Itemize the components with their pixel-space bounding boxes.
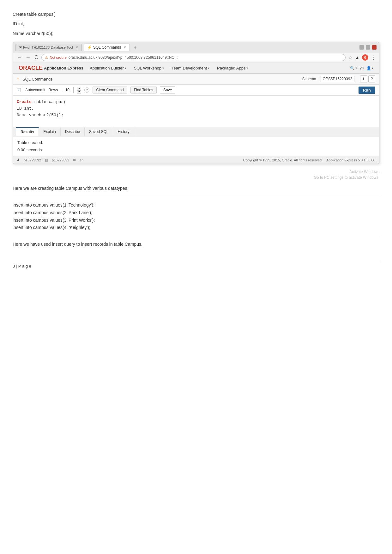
sql-tab-close[interactable]: ✕ — [124, 45, 126, 50]
page-number-area: 3 | P a g e — [13, 261, 379, 268]
title-bar: ✉ Fwd: TH1021173-Database Tool ✕ ⚡ SQL C… — [13, 42, 379, 52]
section1-text: Here we are creating table Campus with v… — [13, 185, 379, 192]
activate-windows-watermark: Activate Windows Go to PC settings to ac… — [13, 169, 379, 180]
page-separator: | — [16, 264, 18, 268]
person-icon[interactable]: ▲ — [355, 55, 359, 60]
autocommit-label: Autocommit — [25, 88, 45, 92]
forward-button[interactable]: → — [25, 55, 31, 60]
footer-lang: en — [80, 158, 83, 162]
nav-right: 🔍 ▾ ? ▾ 👤 ▾ — [350, 66, 376, 70]
intro-line-1: Create table campus( — [13, 11, 379, 18]
minimize-button[interactable] — [359, 45, 364, 50]
address-text: oracle.dmu.ac.uk:8080/apex/f?p=4500:1003… — [69, 55, 178, 60]
address-input[interactable]: ⚠ Not secure oracle.dmu.ac.uk:8080/apex/… — [41, 54, 346, 61]
autocommit-checkbox[interactable] — [17, 88, 21, 92]
rows-input[interactable] — [61, 87, 74, 93]
sql-tab-label: SQL Commands — [93, 45, 121, 50]
close-button[interactable] — [372, 45, 377, 50]
nav-item-team-dev[interactable]: Team Development ▾ — [168, 63, 213, 73]
apex-footer: ♟ p16229392 ▤ p16229392 ⊕ en Copyright ©… — [13, 156, 379, 164]
tab-history[interactable]: History — [113, 128, 134, 136]
footer-copyright: Copyright © 1999, 2015, Oracle. All righ… — [243, 158, 323, 162]
sql-commands-title: SQL Commands — [22, 77, 53, 81]
sql-line-2: ID int, — [17, 105, 375, 112]
sql-commands-header: ↑ SQL Commands Schema OPS$P16229392 ⬆ ? — [13, 74, 379, 85]
section-divider-1 — [13, 197, 379, 197]
activate-line2: Go to PC settings to activate Windows. — [13, 175, 379, 180]
rows-label: Rows — [48, 88, 58, 92]
nav-search-button[interactable]: 🔍 ▾ — [350, 66, 357, 70]
save-button[interactable]: Save — [160, 86, 175, 94]
run-button[interactable]: Run — [359, 87, 375, 94]
insert-statements: insert into campus values(1,'Technology'… — [13, 202, 379, 232]
oracle-red-text: ORACLE — [19, 65, 43, 71]
nav-user-button[interactable]: 👤 ▾ — [366, 66, 373, 70]
nav-app-builder-label: Application Builder — [90, 66, 124, 70]
new-tab-button[interactable]: + — [132, 45, 138, 50]
more-options-button[interactable]: ⋮ — [371, 55, 376, 61]
nav-item-app-builder[interactable]: Application Builder ▾ — [86, 63, 130, 73]
find-tables-button[interactable]: Find Tables — [130, 87, 157, 93]
sql-line-1: Create table campus( — [17, 99, 375, 105]
intro-line-3: Name varchar2(50)); — [13, 30, 379, 37]
help-icon: ? — [359, 66, 362, 70]
insert-line-1: insert into campus values(1,'Technology'… — [13, 202, 379, 209]
section-divider-2 — [13, 236, 379, 236]
nav-sql-workshop-label: SQL Workshop — [134, 66, 161, 70]
search-chevron: ▾ — [355, 66, 357, 70]
nav-sql-workshop-chevron: ▾ — [162, 66, 164, 70]
nav-team-dev-label: Team Development — [172, 66, 207, 70]
header-info-button[interactable]: ? — [368, 75, 375, 82]
user-chevron: ▾ — [372, 66, 373, 70]
rows-spinner: ▲ ▼ — [77, 87, 81, 93]
oracle-logo: ORACLE Application Express — [16, 63, 86, 73]
insert-line-4: insert into campus values(4, 'Keighley')… — [13, 224, 379, 232]
footer-version: Application Express 5.0.1.00.06 — [326, 158, 375, 162]
maximize-button[interactable] — [366, 45, 370, 50]
result-time: 0.00 seconds — [17, 148, 375, 152]
back-button[interactable]: ← — [16, 55, 22, 60]
results-tabs: Results Explain Describe Saved SQL Histo… — [13, 127, 379, 136]
nav-item-packaged-apps[interactable]: Packaged Apps ▾ — [213, 63, 252, 73]
rows-spin-up[interactable]: ▲ — [77, 87, 81, 90]
footer-doc-icon: ▤ — [45, 158, 48, 162]
page-number: 3 — [13, 264, 15, 268]
nav-help-button[interactable]: ? ▾ — [359, 66, 364, 70]
clear-command-button[interactable]: Clear Command — [93, 87, 127, 93]
tab-results[interactable]: Results — [16, 127, 39, 136]
schema-value: OPS$P16229392 — [321, 76, 354, 82]
header-buttons: ⬆ ? — [360, 75, 375, 82]
tab-email[interactable]: ✉ Fwd: TH1021173-Database Tool ✕ — [15, 44, 82, 51]
tab-explain[interactable]: Explain — [39, 128, 60, 136]
email-tab-icon: ✉ — [19, 45, 22, 50]
email-tab-label: Fwd: TH1021173-Database Tool — [23, 45, 73, 49]
footer-session: p16229392 — [52, 158, 69, 162]
user-icon: 👤 — [366, 66, 371, 70]
sql-editor[interactable]: Create table campus( ID int, Name varcha… — [13, 96, 379, 127]
email-tab-close[interactable]: ✕ — [75, 45, 78, 50]
intro-line-2: ID int, — [13, 20, 379, 27]
rows-spin-down[interactable]: ▼ — [77, 90, 81, 93]
tab-sql[interactable]: ⚡ SQL Commands ✕ — [84, 44, 130, 51]
sql-tab-icon: ⚡ — [87, 45, 92, 50]
search-icon: 🔍 — [350, 66, 355, 70]
refresh-button[interactable]: C — [34, 55, 39, 60]
insert-line-2: insert into campus values(2,'Park Lane')… — [13, 209, 379, 217]
activate-line1: Activate Windows — [13, 169, 379, 175]
header-up-button[interactable]: ⬆ — [360, 75, 367, 82]
nav-team-dev-chevron: ▾ — [208, 66, 209, 70]
sql-toolbar: Autocommit Rows ▲ ▼ ? Clear Command Find… — [13, 85, 379, 96]
footer-user-icon: ♟ — [17, 158, 20, 162]
nav-item-sql-workshop[interactable]: SQL Workshop ▾ — [130, 63, 168, 73]
section1-description: Here we are creating table Campus with v… — [13, 185, 379, 192]
profile-circle[interactable]: 0 — [362, 54, 368, 61]
nav-packaged-apps-chevron: ▾ — [246, 66, 248, 70]
not-secure-icon: ⚠ — [45, 56, 48, 60]
results-content: Table created. 0.00 seconds — [13, 136, 379, 156]
tab-saved-sql[interactable]: Saved SQL — [85, 128, 113, 136]
tab-describe[interactable]: Describe — [61, 128, 85, 136]
rows-info-button[interactable]: ? — [84, 87, 89, 93]
footer-globe-icon: ⊕ — [73, 158, 76, 162]
bookmark-icon[interactable]: ☆ — [348, 55, 353, 61]
insert-line-3: insert into campus values(3,'Print Works… — [13, 217, 379, 224]
